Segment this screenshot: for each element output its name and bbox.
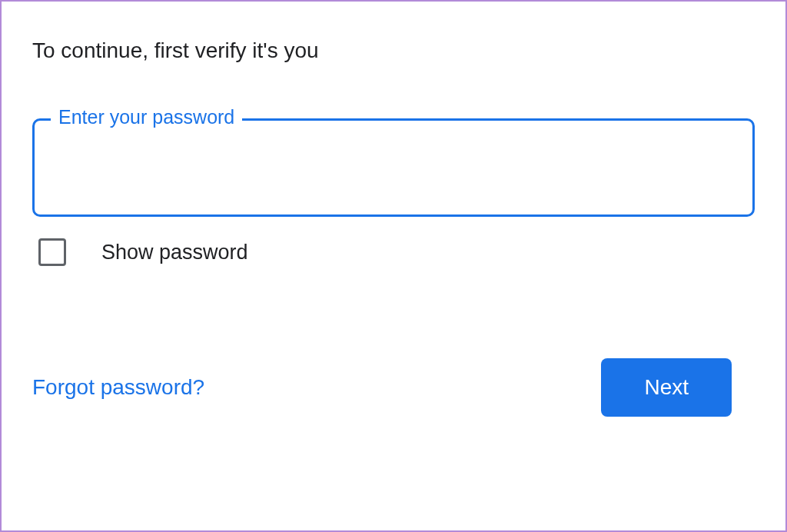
password-field-wrapper: Enter your password bbox=[32, 118, 755, 217]
password-field-outline[interactable] bbox=[32, 118, 755, 217]
password-input[interactable] bbox=[50, 121, 737, 214]
show-password-checkbox[interactable] bbox=[38, 238, 66, 266]
show-password-label: Show password bbox=[101, 241, 248, 264]
next-button[interactable]: Next bbox=[601, 358, 732, 417]
page-heading: To continue, first verify it's you bbox=[32, 38, 755, 63]
password-label: Enter your password bbox=[51, 106, 242, 128]
bottom-actions: Forgot password? Next bbox=[32, 358, 755, 417]
forgot-password-link[interactable]: Forgot password? bbox=[32, 375, 204, 400]
show-password-row: Show password bbox=[38, 238, 755, 266]
